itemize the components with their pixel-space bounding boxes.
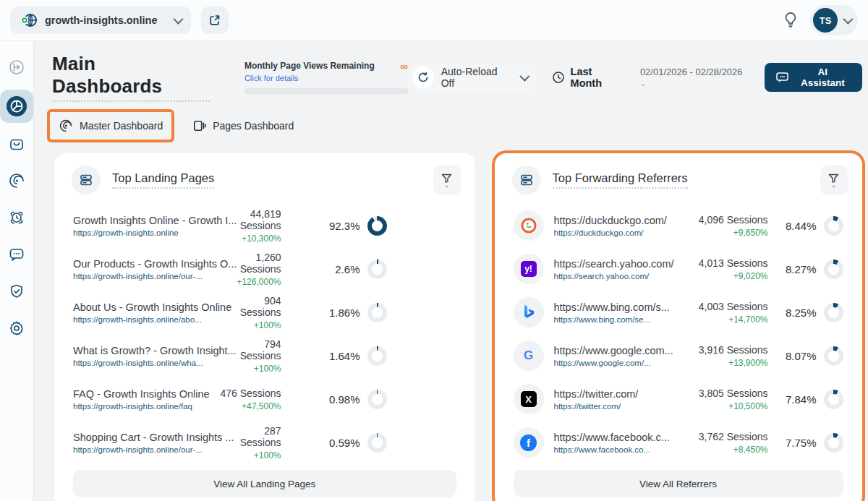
pages-icon [193, 119, 206, 132]
row-share-percent: 0.59% [329, 437, 360, 449]
list-server-icon [72, 166, 101, 194]
duckduckgo-favicon-icon [514, 210, 544, 241]
row-sessions: 4,096 Sessions [674, 214, 768, 226]
row-sessions: 3,762 Sessions [674, 431, 768, 442]
row-share-percent: 92.3% [329, 220, 360, 232]
row-sessions: 44,819 Sessions [237, 208, 281, 231]
sidebar-item-competition[interactable] [2, 166, 31, 195]
list-item[interactable]: f https://www.facebook.c... https://www.… [514, 421, 843, 464]
open-website-button[interactable] [201, 7, 229, 34]
row-change-badge: +100% [234, 450, 281, 461]
row-url[interactable]: https://www.facebook.co... [554, 445, 674, 454]
tab-master-dashboard[interactable]: Master Dashboard [47, 109, 174, 142]
tab-pages-dashboard[interactable]: Pages Dashboard [184, 113, 302, 139]
list-item[interactable]: G https://www.google.com... https://www.… [514, 334, 843, 377]
lightbulb-icon[interactable] [783, 12, 799, 29]
row-url[interactable]: https://growth-insights.online/abo... [73, 315, 231, 324]
share-donut-chart [367, 260, 387, 279]
row-title: About Us - Growth Insights Online [73, 301, 231, 313]
row-sessions: 287 Sessions [234, 425, 281, 448]
row-title: Our Products - Growth Insights O... [73, 258, 237, 270]
date-range[interactable]: 02/01/2026 - 02/28/2026 ⌄ [640, 67, 750, 88]
dashboard-tabs: Master Dashboard Pages Dashboard [34, 102, 868, 142]
auto-reload-label: Auto-Reload Off [441, 66, 513, 89]
row-change-badge: +100% [237, 364, 281, 374]
row-title: https://www.google.com... [554, 345, 674, 356]
list-item[interactable]: https://duckduckgo.com/ https://duckduck… [514, 204, 843, 247]
view-all-landing-pages-button[interactable]: View All Landing Pages [73, 470, 456, 497]
list-item[interactable]: What is Growth? - Growth Insight... http… [73, 334, 456, 377]
chevron-down-icon [843, 14, 853, 25]
row-share-percent: 0.98% [329, 393, 360, 406]
filter-button[interactable]: ⌄ [433, 165, 461, 195]
refresh-icon [412, 67, 434, 88]
row-url[interactable]: https://growth-insights.online/our-... [73, 445, 234, 454]
card-title: Top Landing Pages [112, 171, 214, 189]
page-views-details-link[interactable]: Click for details [244, 74, 299, 82]
infinity-value: ∞ [400, 61, 408, 72]
share-donut-chart [367, 216, 387, 236]
row-url[interactable]: https://growth-insights.online/wha... [73, 359, 237, 367]
share-donut-chart [367, 303, 387, 322]
view-all-referrers-button[interactable]: View All Referrers [514, 470, 843, 497]
share-donut-chart [367, 390, 387, 409]
filter-button[interactable]: ⌄ [820, 165, 848, 195]
top-landing-pages-card: Top Landing Pages ⌄ Growth Insights Onli… [54, 153, 475, 501]
row-share-percent: 8.25% [786, 307, 817, 319]
row-change-badge: +10,300% [237, 234, 281, 244]
period-label: Last Month [571, 66, 626, 89]
row-url[interactable]: https://growth-insights.online/our-... [73, 272, 237, 281]
list-item[interactable]: About Us - Growth Insights Online https:… [73, 291, 456, 334]
list-item[interactable]: https://www.bing.com/s... https://www.bi… [514, 291, 843, 334]
row-url[interactable]: https://search.yahoo.com/ [554, 272, 674, 281]
share-donut-chart [824, 216, 843, 236]
sidebar-item-dashboards[interactable] [0, 90, 33, 123]
share-donut-chart [824, 303, 843, 322]
ai-assistant-label: AI Assistant [795, 67, 851, 88]
list-item[interactable]: y! https://search.yahoo.com/ https://sea… [514, 247, 843, 291]
row-change-badge: +47,500% [210, 401, 281, 411]
row-change-badge: +9,020% [674, 271, 768, 281]
chevron-down-icon: ⌄ [640, 80, 646, 87]
auto-reload-dropdown[interactable]: Auto-Reload Off [408, 63, 537, 92]
row-title: Growth Insights Online - Growth I... [73, 215, 237, 226]
row-url[interactable]: https://growth-insights.online/faq [73, 402, 210, 411]
sidebar-item-privacy[interactable] [2, 277, 31, 306]
list-item[interactable]: Our Products - Growth Insights O... http… [73, 247, 456, 291]
website-selector[interactable]: growth-insights.online [10, 7, 191, 34]
share-donut-chart [824, 433, 843, 453]
row-title: https://duckduckgo.com/ [554, 215, 674, 226]
row-title: https://search.yahoo.com/ [554, 258, 674, 270]
row-share-percent: 2.6% [335, 263, 359, 275]
sidebar-item-session-recordings[interactable] [2, 203, 31, 232]
row-sessions: 794 Sessions [237, 338, 281, 361]
row-url[interactable]: https://duckduckgo.com/ [554, 228, 674, 237]
cards-area: Top Landing Pages ⌄ Growth Insights Onli… [34, 142, 868, 501]
page-views-widget: Monthly Page Views Remaining Click for d… [244, 61, 408, 94]
sidebar-item-ecommerce[interactable] [2, 129, 31, 158]
list-item[interactable]: X https://twitter.com/ https://twitter.c… [514, 377, 843, 421]
row-url[interactable]: https://www.bing.com/se... [554, 315, 674, 324]
row-sessions: 4,003 Sessions [674, 301, 768, 312]
google-favicon-icon: G [514, 341, 544, 371]
row-url[interactable]: https://www.google.com/... [554, 359, 674, 367]
globe-logo-icon [20, 12, 38, 28]
row-url[interactable]: https://growth-insights.online [73, 228, 237, 237]
row-change-badge: +9,650% [674, 228, 768, 238]
sidebar-item-expand-panel[interactable] [2, 53, 31, 82]
twitter-x-favicon-icon: X [514, 384, 544, 414]
sidebar [0, 41, 34, 501]
sidebar-item-feedback[interactable] [2, 240, 31, 269]
ai-assistant-button[interactable]: AI Assistant [765, 63, 862, 92]
user-menu[interactable]: TS [810, 5, 858, 35]
share-donut-chart [824, 390, 843, 409]
list-item[interactable]: FAQ - Growth Insights Online https://gro… [73, 377, 456, 421]
row-share-percent: 7.84% [786, 393, 817, 406]
period-selector[interactable]: Last Month [552, 66, 626, 89]
website-name: growth-insights.online [45, 14, 166, 26]
row-sessions: 904 Sessions [231, 295, 281, 318]
list-item[interactable]: Shopping Cart - Growth Insights ... http… [73, 421, 456, 464]
list-item[interactable]: Growth Insights Online - Growth I... htt… [73, 204, 456, 247]
sidebar-item-settings[interactable] [2, 314, 31, 343]
row-url[interactable]: https://twitter.com/ [554, 402, 674, 411]
